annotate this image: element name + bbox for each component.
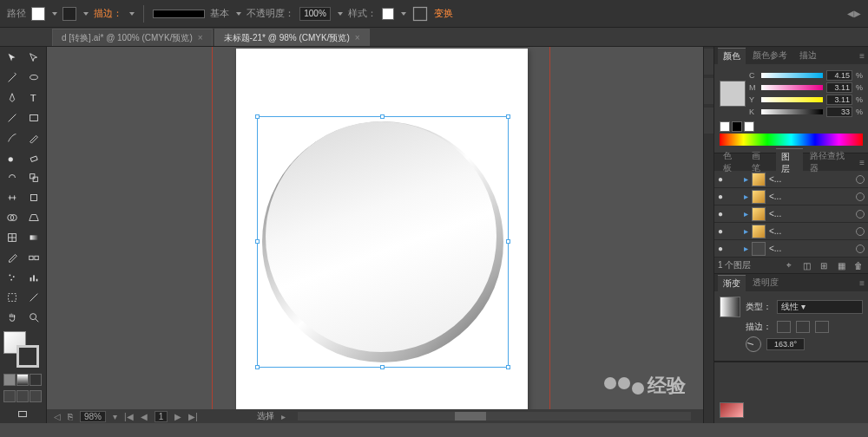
resize-handle[interactable] (255, 239, 260, 244)
slice-tool[interactable] (23, 288, 44, 307)
zoom-field[interactable]: 98% (80, 411, 106, 422)
gradient-preview[interactable] (720, 297, 740, 317)
zoom-tool[interactable] (23, 308, 44, 327)
resize-handle[interactable] (380, 114, 385, 119)
tab-color[interactable]: 颜色 (718, 48, 746, 64)
free-transform-tool[interactable] (23, 188, 44, 207)
style-swatch[interactable] (382, 8, 394, 20)
panel-menu-icon[interactable]: ≡ (859, 278, 865, 288)
make-clipping-mask-icon[interactable]: ◫ (800, 259, 812, 271)
layer-thumbnail-icon[interactable] (752, 173, 766, 186)
canvas[interactable]: 经验 ◁ ⎘ 98% ▾ |◀ ◀ 1 ▶ ▶| 选择 ▸ (47, 47, 703, 423)
eraser-tool[interactable] (23, 148, 44, 167)
color-mode-icon[interactable] (3, 374, 16, 386)
rotate-tool[interactable] (2, 168, 23, 187)
blob-brush-tool[interactable] (2, 148, 23, 167)
artboard-tool[interactable] (2, 288, 23, 307)
channel-slider[interactable] (761, 109, 823, 114)
close-icon[interactable]: × (355, 33, 360, 42)
resize-handle[interactable] (506, 365, 510, 369)
layer-thumbnail-icon[interactable] (752, 190, 766, 204)
eyedropper-tool[interactable] (2, 248, 23, 267)
resize-handle[interactable] (255, 114, 260, 119)
zoom-dropdown-icon[interactable]: ▾ (113, 412, 117, 421)
stroke-dropdown-icon[interactable] (83, 12, 89, 16)
column-graph-tool[interactable] (23, 268, 44, 287)
line-tool[interactable] (2, 108, 23, 127)
channel-value[interactable]: 4.15 (826, 70, 852, 81)
transform-label[interactable]: 变换 (434, 7, 453, 20)
blend-tool[interactable] (23, 248, 44, 267)
pen-tool[interactable] (2, 88, 23, 108)
tab-color-guide[interactable]: 颜色参考 (747, 48, 792, 63)
screen-mode-button[interactable] (2, 405, 43, 424)
mesh-tool[interactable] (2, 228, 23, 247)
channel-slider[interactable] (761, 73, 823, 78)
layer-thumbnail-icon[interactable] (752, 242, 766, 256)
artboard-export-icon[interactable]: ⎘ (68, 412, 73, 421)
target-icon[interactable] (856, 210, 865, 218)
style-dropdown-icon[interactable] (401, 12, 406, 16)
target-icon[interactable] (856, 245, 865, 253)
gradient-type-select[interactable]: 线性 ▾ (777, 300, 863, 314)
fill-swatch[interactable] (31, 7, 45, 21)
visibility-icon[interactable]: ● (718, 209, 728, 218)
scale-tool[interactable] (23, 168, 44, 187)
layer-thumbnail-icon[interactable] (752, 207, 766, 221)
visibility-icon[interactable]: ● (718, 244, 728, 253)
fill-dropdown-icon[interactable] (52, 12, 57, 16)
stroke-gradient-mode-3-icon[interactable] (815, 321, 829, 333)
color-preview-swatch[interactable] (720, 81, 746, 107)
visibility-icon[interactable]: ● (718, 226, 728, 236)
angle-input[interactable] (766, 338, 805, 350)
collapse-panels-icon[interactable]: ◀▶ (847, 9, 861, 18)
visibility-icon[interactable]: ● (718, 192, 728, 201)
layer-name[interactable]: <... (769, 244, 781, 253)
draw-behind-icon[interactable] (16, 390, 29, 402)
perspective-grid-tool[interactable] (23, 208, 44, 227)
tab-document-2[interactable]: 未标题-21* @ 98% (CMYK/预览) × (214, 29, 370, 46)
visibility-icon[interactable]: ● (718, 174, 728, 184)
black-swatch-icon[interactable] (732, 121, 742, 132)
layer-name[interactable]: <... (769, 174, 781, 184)
symbol-sprayer-tool[interactable] (2, 268, 23, 287)
spectrum-picker[interactable] (720, 134, 863, 146)
locate-object-icon[interactable]: ⌖ (783, 259, 795, 271)
width-tool[interactable] (2, 188, 23, 207)
selection-tool[interactable] (2, 49, 23, 68)
opacity-dropdown-icon[interactable] (338, 12, 343, 16)
last-artboard-icon[interactable]: ▶| (188, 412, 198, 421)
stroke-gradient-mode-1-icon[interactable] (777, 321, 791, 333)
tab-swatches[interactable]: 色板 (718, 148, 745, 176)
tab-transparency[interactable]: 透明度 (747, 275, 784, 290)
none-swatch-icon[interactable] (720, 121, 730, 132)
channel-slider[interactable] (761, 85, 823, 90)
gradient-tool[interactable] (23, 228, 44, 247)
paintbrush-tool[interactable] (2, 128, 23, 147)
channel-value[interactable]: 3.11 (826, 95, 852, 105)
pencil-tool[interactable] (23, 128, 44, 147)
resize-handle[interactable] (506, 239, 510, 244)
stroke-label[interactable]: 描边： (94, 7, 122, 20)
target-icon[interactable] (856, 192, 865, 201)
tab-layers[interactable]: 图层 (776, 148, 803, 177)
stroke-gradient-mode-2-icon[interactable] (796, 321, 810, 333)
layer-row[interactable]: ● ▸ <... (714, 188, 868, 205)
magic-wand-tool[interactable] (2, 68, 23, 88)
status-menu-icon[interactable]: ▸ (281, 412, 286, 421)
prev-artboard-icon[interactable]: ◀ (141, 412, 148, 421)
close-icon[interactable]: × (198, 33, 203, 42)
brush-preview[interactable] (153, 10, 205, 18)
first-artboard-icon[interactable]: |◀ (124, 412, 134, 421)
lasso-tool[interactable] (23, 68, 44, 88)
draw-normal-icon[interactable] (3, 390, 16, 402)
target-icon[interactable] (856, 227, 865, 236)
gradient-mode-icon[interactable] (16, 374, 29, 386)
angle-dial-icon[interactable] (746, 336, 761, 352)
panel-menu-icon[interactable]: ≡ (859, 158, 865, 167)
layer-name[interactable]: <... (769, 192, 781, 201)
opacity-input[interactable] (299, 7, 331, 21)
draw-inside-icon[interactable] (30, 390, 42, 402)
layer-row[interactable]: ● ▸ <... (714, 240, 868, 258)
white-swatch-icon[interactable] (744, 121, 754, 132)
